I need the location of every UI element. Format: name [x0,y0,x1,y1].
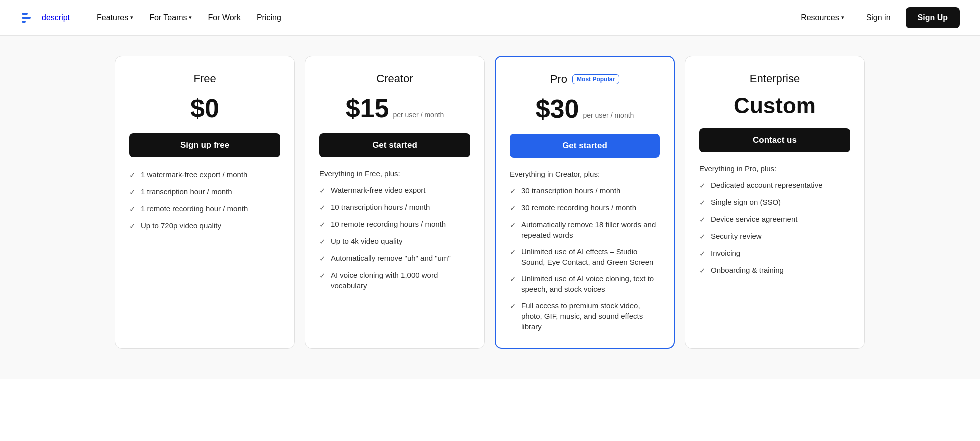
list-item: ✓ Up to 4k video quality [320,236,470,247]
list-item: ✓ Unlimited use of AI voice cloning, tex… [510,273,660,294]
check-icon: ✓ [130,204,136,214]
chevron-down-icon: ▾ [842,14,844,21]
check-icon: ✓ [510,301,516,311]
list-item: ✓ 30 remote recording hours / month [510,202,660,213]
plan-header-free: Free [130,72,280,85]
list-item: ✓ Watermark-free video export [320,185,470,196]
list-item: ✓ Dedicated account representative [700,180,850,191]
plan-card-free: Free $0 Sign up free ✓ 1 watermark-free … [115,56,295,349]
feature-list-enterprise: ✓ Dedicated account representative ✓ Sin… [700,180,850,276]
check-icon: ✓ [130,170,136,180]
plan-price-pro: $30 per user / month [510,94,660,124]
list-item: ✓ Automatically remove 18 filler words a… [510,219,660,240]
plan-name-free: Free [194,72,216,85]
pricing-section: Free $0 Sign up free ✓ 1 watermark-free … [0,36,980,379]
check-icon: ✓ [510,186,516,196]
sign-in-button[interactable]: Sign in [860,9,898,26]
feature-list-pro: ✓ 30 transcription hours / month ✓ 30 re… [510,185,660,332]
nav-right: Resources ▾ Sign in Sign Up [794,7,960,28]
check-icon: ✓ [510,274,516,284]
cta-pro[interactable]: Get started [510,134,660,158]
sign-up-button[interactable]: Sign Up [906,7,960,28]
chevron-down-icon: ▾ [130,14,134,21]
check-icon: ✓ [700,248,706,259]
price-amount-pro: $30 [536,94,580,124]
feature-list-free: ✓ 1 watermark-free export / month ✓ 1 tr… [130,169,280,231]
plan-tagline-pro: Everything in Creator, plus: [510,170,660,178]
check-icon: ✓ [130,187,136,197]
check-icon: ✓ [320,236,326,247]
plan-price-free: $0 [130,93,280,123]
nav-links: Features ▾ For Teams ▾ For Work Pricing [90,9,794,26]
check-icon: ✓ [320,253,326,264]
plan-price-creator: $15 per user / month [320,93,470,123]
svg-rect-3 [22,21,26,23]
list-item: ✓ Device service agreement [700,214,850,225]
check-icon: ✓ [130,221,136,231]
plan-card-creator: Creator $15 per user / month Get started… [305,56,485,349]
plan-tagline-creator: Everything in Free, plus: [320,169,470,178]
list-item: ✓ Unlimited use of AI effects – Studio S… [510,246,660,267]
list-item: ✓ Security review [700,231,850,242]
list-item: ✓ Onboarding & training [700,265,850,276]
check-icon: ✓ [510,203,516,213]
check-icon: ✓ [700,265,706,276]
price-amount-enterprise: Custom [734,93,816,118]
feature-list-creator: ✓ Watermark-free video export ✓ 10 trans… [320,185,470,291]
price-amount-free: $0 [190,93,220,123]
plan-card-pro: Pro Most Popular $30 per user / month Ge… [495,56,675,349]
price-period-pro: per user / month [583,111,634,119]
plan-header-enterprise: Enterprise [700,72,850,85]
main-nav: descript Features ▾ For Teams ▾ For Work… [0,0,980,36]
nav-for-work[interactable]: For Work [201,9,248,26]
price-amount-creator: $15 [346,93,390,123]
svg-rect-2 [22,17,31,19]
most-popular-badge: Most Popular [572,74,620,84]
list-item: ✓ Automatically remove "uh" and "um" [320,253,470,264]
check-icon: ✓ [510,220,516,230]
nav-for-teams[interactable]: For Teams ▾ [142,9,199,26]
check-icon: ✓ [320,185,326,196]
check-icon: ✓ [320,219,326,230]
plan-header-pro: Pro Most Popular [510,73,660,86]
check-icon: ✓ [700,231,706,242]
plan-name-creator: Creator [376,72,413,85]
logo-link[interactable]: descript [20,9,70,27]
price-period-creator: per user / month [393,111,444,119]
list-item: ✓ 10 transcription hours / month [320,202,470,213]
cta-creator[interactable]: Get started [320,133,470,157]
list-item: ✓ Invoicing [700,248,850,259]
list-item: ✓ Up to 720p video quality [130,220,280,231]
plan-price-enterprise: Custom [700,93,850,118]
list-item: ✓ Single sign on (SSO) [700,197,850,208]
check-icon: ✓ [700,180,706,191]
nav-pricing[interactable]: Pricing [250,9,288,26]
check-icon: ✓ [510,247,516,257]
logo-text: descript [42,13,70,22]
cta-free[interactable]: Sign up free [130,133,280,157]
pricing-grid: Free $0 Sign up free ✓ 1 watermark-free … [115,56,865,349]
check-icon: ✓ [700,197,706,208]
svg-rect-1 [22,13,28,15]
list-item: ✓ Full access to premium stock video, ph… [510,300,660,332]
list-item: ✓ AI voice cloning with 1,000 word vocab… [320,270,470,291]
plan-name-pro: Pro [550,73,568,86]
check-icon: ✓ [320,270,326,281]
cta-enterprise[interactable]: Contact us [700,128,850,152]
plan-name-enterprise: Enterprise [750,72,800,85]
check-icon: ✓ [700,214,706,225]
nav-resources[interactable]: Resources ▾ [794,9,851,26]
list-item: ✓ 1 watermark-free export / month [130,169,280,180]
list-item: ✓ 1 transcription hour / month [130,186,280,197]
plan-header-creator: Creator [320,72,470,85]
plan-card-enterprise: Enterprise Custom Contact us Everything … [685,56,865,349]
nav-features[interactable]: Features ▾ [90,9,140,26]
chevron-down-icon: ▾ [189,14,192,21]
list-item: ✓ 10 remote recording hours / month [320,219,470,230]
list-item: ✓ 1 remote recording hour / month [130,203,280,214]
plan-tagline-enterprise: Everything in Pro, plus: [700,164,850,173]
check-icon: ✓ [320,202,326,213]
list-item: ✓ 30 transcription hours / month [510,185,660,196]
